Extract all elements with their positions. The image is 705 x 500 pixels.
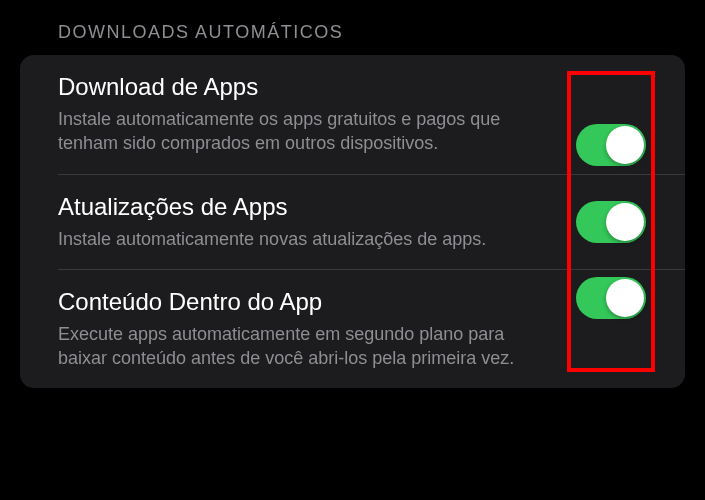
toggle-knob [606, 279, 644, 317]
settings-group: Download de Apps Instale automaticamente… [20, 55, 685, 388]
toggle-download-apps[interactable] [576, 124, 646, 166]
setting-title: Atualizações de Apps [58, 193, 541, 221]
setting-title: Download de Apps [58, 73, 541, 101]
highlight-annotation [567, 71, 655, 372]
setting-description: Instale automaticamente novas atualizaçõ… [58, 227, 541, 251]
setting-title: Conteúdo Dentro do App [58, 288, 541, 316]
setting-description: Execute apps automaticamente em segundo … [58, 322, 541, 371]
toggle-knob [606, 203, 644, 241]
toggle-in-app-content[interactable] [576, 277, 646, 319]
setting-description: Instale automaticamente os apps gratuito… [58, 107, 541, 156]
section-header: DOWNLOADS AUTOMÁTICOS [0, 0, 705, 51]
toggle-app-updates[interactable] [576, 201, 646, 243]
toggle-knob [606, 126, 644, 164]
